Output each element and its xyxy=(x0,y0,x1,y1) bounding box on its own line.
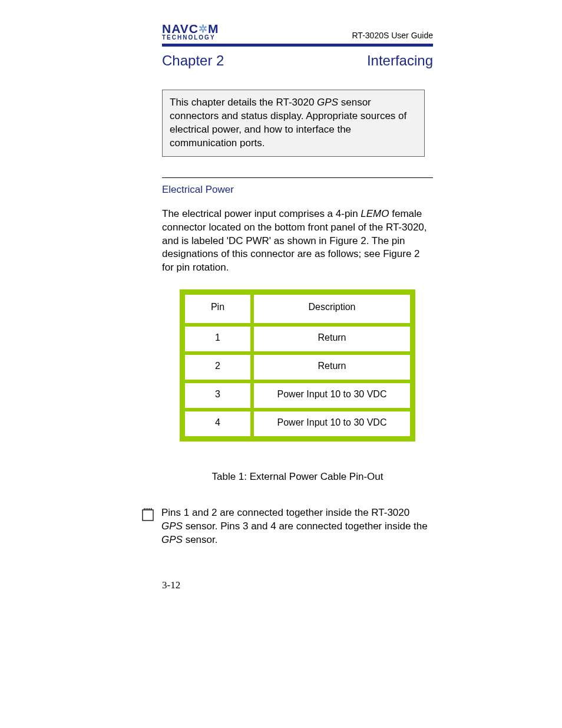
logo-text-left: NAVC xyxy=(162,22,199,35)
note-p1: Pins 1 and 2 are connected together insi… xyxy=(161,507,409,518)
note-i2: GPS xyxy=(161,534,183,545)
note-row: Pins 1 and 2 are connected together insi… xyxy=(141,506,433,547)
cell-pin: 1 xyxy=(183,325,252,353)
table-row: 2 Return xyxy=(183,353,412,381)
table-caption: Table 1: External Power Cable Pin-Out xyxy=(162,471,433,483)
header-pin: Pin xyxy=(183,293,252,325)
logo-subtext: TECHNOLOGY xyxy=(162,35,219,40)
section-rule xyxy=(162,177,433,178)
cell-desc: Return xyxy=(252,353,412,381)
logo-text-right: M xyxy=(208,22,219,35)
chapter-title: Interfacing xyxy=(367,52,433,69)
navcom-logo: NAVC✲M TECHNOLOGY xyxy=(162,24,219,40)
page-number: 3-12 xyxy=(162,579,433,591)
table-header-row: Pin Description xyxy=(183,293,412,325)
cell-desc: Return xyxy=(252,325,412,353)
cell-desc: Power Input 10 to 30 VDC xyxy=(252,381,412,410)
cell-pin: 4 xyxy=(183,410,252,438)
note-icon xyxy=(141,508,154,524)
body-pre: The electrical power input comprises a 4… xyxy=(162,208,361,219)
body-paragraph: The electrical power input comprises a 4… xyxy=(162,207,433,275)
page-content: NAVC✲M TECHNOLOGY RT-3020S User Guide Ch… xyxy=(162,24,433,591)
table-row: 1 Return xyxy=(183,325,412,353)
intro-box: This chapter details the RT-3020 GPS sen… xyxy=(162,90,425,157)
note-text: Pins 1 and 2 are connected together insi… xyxy=(161,506,433,547)
table-row: 3 Power Input 10 to 30 VDC xyxy=(183,381,412,410)
gear-icon: ✲ xyxy=(199,24,208,34)
pin-table: Pin Description 1 Return 2 Return 3 Powe… xyxy=(180,289,415,442)
note-i1: GPS xyxy=(161,521,183,532)
table-row: 4 Power Input 10 to 30 VDC xyxy=(183,410,412,438)
page-header: NAVC✲M TECHNOLOGY RT-3020S User Guide xyxy=(162,24,433,40)
note-p3: sensor. xyxy=(183,534,218,545)
body-italic: LEMO xyxy=(361,208,389,219)
note-p2: sensor. Pins 3 and 4 are connected toget… xyxy=(183,521,428,532)
intro-pre: This chapter details the RT-3020 xyxy=(170,97,317,108)
section-title: Electrical Power xyxy=(162,184,433,196)
cell-pin: 2 xyxy=(183,353,252,381)
cell-pin: 3 xyxy=(183,381,252,410)
chapter-number: Chapter 2 xyxy=(162,52,224,69)
chapter-heading: Chapter 2 Interfacing xyxy=(162,52,433,69)
header-divider xyxy=(162,44,433,47)
svg-rect-0 xyxy=(143,510,153,521)
cell-desc: Power Input 10 to 30 VDC xyxy=(252,410,412,438)
header-desc: Description xyxy=(252,293,412,325)
logo-line1: NAVC✲M xyxy=(162,24,219,35)
guide-label: RT-3020S User Guide xyxy=(352,31,433,40)
intro-italic: GPS xyxy=(317,97,338,108)
